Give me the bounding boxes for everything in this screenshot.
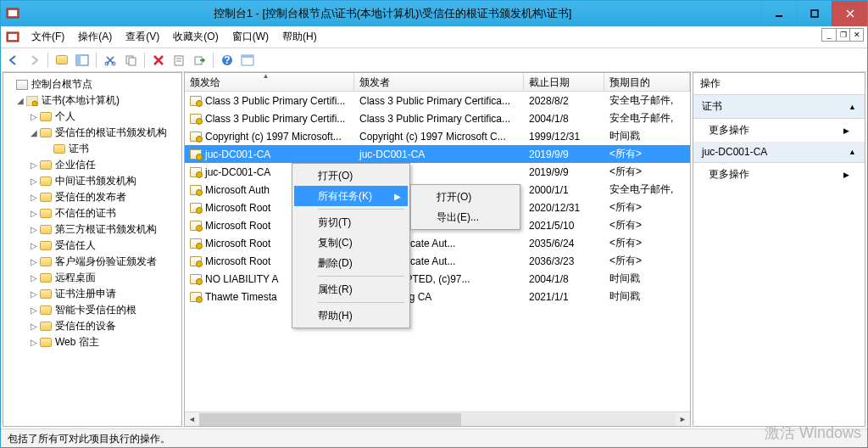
table-row[interactable]: Microsoft RootRoot Certificate Aut...203… (185, 252, 690, 270)
col-expiration[interactable]: 截止日期 (524, 73, 604, 91)
expand-icon[interactable]: ▷ (29, 160, 39, 170)
tree-trusted-publishers[interactable]: 受信任的发布者 (55, 190, 126, 204)
scroll-left[interactable]: ◄ (185, 415, 199, 423)
minimize-button[interactable] (760, 1, 796, 26)
table-row[interactable]: Class 3 Public Primary Certifi...Class 3… (185, 92, 690, 109)
action-more-1[interactable]: 更多操作▶ (693, 119, 865, 142)
expand-icon[interactable]: ▷ (29, 322, 39, 331)
collapse-icon[interactable]: ◢ (29, 128, 39, 137)
expand-icon[interactable]: ▷ (29, 193, 39, 202)
cut-button[interactable] (101, 51, 120, 70)
refresh-button[interactable] (238, 51, 257, 70)
tree-smart-card[interactable]: 智能卡受信任的根 (55, 303, 136, 317)
col-issued-by[interactable]: 颁发者 (354, 73, 524, 91)
cell-purpose: <所有> (604, 147, 690, 161)
ctx-delete[interactable]: 删除(D) (294, 253, 408, 273)
tree-root[interactable]: 控制台根节点 (31, 77, 92, 92)
mdi-restore[interactable]: ❐ (836, 29, 849, 41)
cell-expiration: 2036/3/23 (524, 255, 604, 267)
tree-certs-local[interactable]: 证书(本地计算机) (42, 93, 120, 108)
tree-remote-desktop[interactable]: 远程桌面 (55, 271, 96, 285)
tree-trusted-root[interactable]: 受信任的根证书颁发机构 (55, 126, 167, 140)
tree-pane[interactable]: 控制台根节点 ◢证书(本地计算机) ▷个人 ◢受信任的根证书颁发机构 证书 ▷企… (3, 72, 182, 427)
help-button[interactable]: ? (218, 51, 236, 70)
menu-action[interactable]: 操作(A) (71, 27, 119, 47)
actions-title: 操作 (693, 73, 865, 95)
expand-icon[interactable]: ▷ (29, 209, 39, 218)
table-row[interactable]: Class 3 Public Primary Certifi...Class 3… (185, 109, 690, 127)
sub-export[interactable]: 导出(E)... (413, 207, 518, 227)
actions-section-certs[interactable]: 证书▲ (693, 95, 865, 119)
table-row[interactable]: Thawte Timestamestamping CA2021/1/1时间戳 (185, 288, 690, 305)
tree-enterprise-trust[interactable]: 企业信任 (55, 158, 96, 172)
tree-certificates[interactable]: 证书 (69, 142, 89, 156)
tree-untrusted[interactable]: 不信任的证书 (55, 206, 116, 221)
ctx-copy[interactable]: 复制(C) (294, 232, 408, 253)
table-row[interactable]: juc-DC001-CAjuc-DC001-CA2019/9/9<所有> (185, 145, 690, 163)
back-button[interactable] (4, 51, 23, 70)
tree-client-auth[interactable]: 客户端身份验证颁发者 (55, 255, 157, 269)
menu-window[interactable]: 窗口(W) (225, 27, 275, 47)
scroll-thumb[interactable] (199, 413, 461, 426)
menu-file[interactable]: 文件(F) (25, 27, 71, 47)
mdi-close[interactable]: ✕ (849, 29, 863, 41)
expand-icon[interactable]: ▷ (29, 289, 39, 299)
expand-icon[interactable]: ▷ (29, 112, 39, 121)
ctx-open[interactable]: 打开(O) (294, 165, 408, 186)
tree-intermediate-ca[interactable]: 中间证书颁发机构 (55, 174, 136, 188)
cell-issued-by: Class 3 Public Primary Certifica... (354, 113, 524, 125)
expand-icon[interactable]: ▷ (29, 273, 39, 283)
menu-favorites[interactable]: 收藏夹(O) (166, 27, 225, 47)
close-button[interactable] (832, 1, 867, 26)
delete-button[interactable] (149, 51, 168, 70)
expand-icon[interactable]: ▷ (29, 257, 39, 266)
actions-pane: 操作 证书▲ 更多操作▶ juc-DC001-CA▲ 更多操作▶ (693, 72, 865, 427)
cell-purpose: <所有> (604, 200, 690, 215)
properties-button[interactable] (170, 51, 188, 70)
collapse-icon[interactable]: ◢ (15, 96, 25, 105)
cell-issued-to: Copyright (c) 1997 Microsoft... (205, 131, 342, 143)
expand-icon[interactable]: ▷ (29, 305, 39, 315)
table-row[interactable]: NO LIABILITY AITY ACCEPTED, (c)97...2004… (185, 270, 690, 288)
ctx-properties[interactable]: 属性(R) (294, 279, 408, 300)
export-button[interactable] (190, 51, 209, 70)
expand-icon[interactable]: ▷ (29, 225, 39, 234)
tree-trusted-people[interactable]: 受信任人 (55, 238, 96, 253)
forward-button[interactable] (25, 51, 43, 70)
up-button[interactable] (53, 51, 71, 70)
tree-personal[interactable]: 个人 (55, 109, 75, 124)
action-more-2[interactable]: 更多操作▶ (693, 163, 865, 186)
show-hide-tree-button[interactable] (73, 51, 92, 70)
ctx-all-tasks[interactable]: 所有任务(K)▶ (294, 186, 408, 206)
titlebar[interactable]: 控制台1 - [控制台根节点\证书(本地计算机)\受信任的根证书颁发机构\证书] (1, 1, 867, 26)
expand-icon[interactable]: ▷ (29, 241, 39, 250)
table-row[interactable]: Microsoft RootRoot Certificate Aut...203… (185, 234, 690, 252)
tree-third-party[interactable]: 第三方根证书颁发机构 (55, 222, 157, 237)
table-row[interactable]: juc-DC001-CA-CA2019/9/9<所有> (185, 163, 690, 181)
cell-expiration: 2004/1/8 (524, 273, 604, 285)
tree-web-hosting[interactable]: Web 宿主 (55, 335, 99, 350)
mdi-minimize[interactable]: _ (822, 29, 836, 41)
col-purpose[interactable]: 预期目的 (604, 73, 690, 91)
menu-help[interactable]: 帮助(H) (275, 27, 324, 47)
tree-trusted-devices[interactable]: 受信任的设备 (55, 319, 116, 333)
copy-button[interactable] (121, 51, 140, 70)
expand-icon[interactable]: ▷ (29, 338, 39, 347)
list-body[interactable]: Class 3 Public Primary Certifi...Class 3… (185, 92, 690, 412)
scroll-right[interactable]: ► (676, 415, 690, 423)
sub-open[interactable]: 打开(O) (413, 187, 518, 207)
ctx-help[interactable]: 帮助(H) (294, 305, 408, 326)
table-row[interactable]: Copyright (c) 1997 Microsoft...Copyright… (185, 127, 690, 145)
window-title: 控制台1 - [控制台根节点\证书(本地计算机)\受信任的根证书颁发机构\证书] (25, 6, 760, 21)
col-issued-to[interactable]: 颁发给 (185, 73, 354, 91)
menu-view[interactable]: 查看(V) (119, 27, 166, 47)
expand-icon[interactable]: ▷ (29, 176, 39, 186)
cell-issued-to: Microsoft Root (205, 220, 270, 232)
horizontal-scrollbar[interactable]: ◄ ► (185, 412, 690, 426)
tree-cert-enrollment[interactable]: 证书注册申请 (55, 287, 116, 301)
ctx-cut[interactable]: 剪切(T) (294, 212, 408, 232)
actions-section-selected[interactable]: juc-DC001-CA▲ (693, 142, 865, 163)
maximize-button[interactable] (796, 1, 832, 26)
collapse-icon[interactable]: ▲ (849, 103, 856, 111)
collapse-icon[interactable]: ▲ (849, 148, 856, 156)
